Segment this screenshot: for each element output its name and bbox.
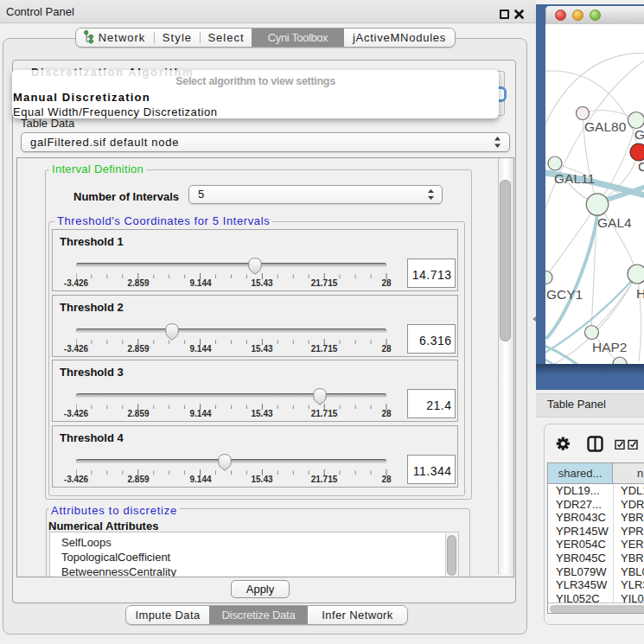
svg-text:HAP2: HAP2 (592, 340, 628, 354)
svg-text:GAL11: GAL11 (554, 171, 595, 186)
svg-text:GAL4: GAL4 (597, 215, 632, 230)
svg-text:C: C (638, 159, 644, 174)
svg-text:H: H (636, 286, 644, 301)
svg-text:GA: GA (634, 127, 644, 142)
svg-text:GCY1: GCY1 (546, 287, 583, 302)
svg-text:GAL80: GAL80 (584, 119, 627, 134)
